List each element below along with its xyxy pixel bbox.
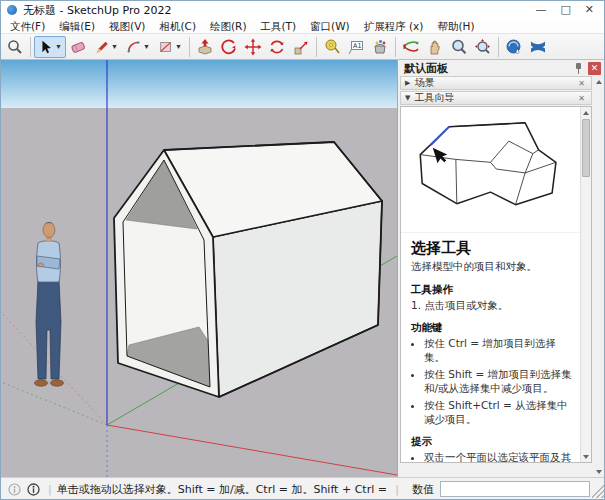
paint-bucket-icon	[371, 38, 389, 56]
zoom-tool-button[interactable]	[447, 36, 471, 58]
paint-bucket-tool-button[interactable]	[368, 36, 392, 58]
orbit-tool-button[interactable]	[399, 36, 423, 58]
line-tool-button[interactable]: ▼	[90, 36, 122, 58]
viewport-3d[interactable]	[1, 60, 397, 477]
search-button[interactable]	[3, 36, 27, 58]
extension-warehouse-button[interactable]	[526, 36, 550, 58]
list-item: 双击一个平面以选定该平面及其所有边线。	[424, 451, 576, 462]
instructor-text: 选择工具 选择模型中的项目和对象。 工具操作 1. 点击项目或对象。 功能键 按…	[401, 233, 580, 462]
move-tool-button[interactable]	[241, 36, 265, 58]
ops-item: 1. 点击项目或对象。	[411, 299, 576, 313]
text-icon: A1	[347, 38, 365, 56]
rectangle-tool-button[interactable]: ▼	[154, 36, 186, 58]
menu-item-draw[interactable]: 绘图(R)	[203, 19, 254, 34]
tray-title: 默认面板	[404, 61, 574, 76]
select-tool-button[interactable]: ▼	[34, 36, 66, 58]
menu-item-edit[interactable]: 编辑(E)	[52, 19, 102, 34]
menu-item-view[interactable]: 视图(V)	[102, 19, 152, 34]
scale-icon	[292, 38, 310, 56]
rotate-tool-button[interactable]	[265, 36, 289, 58]
tips-title: 提示	[411, 435, 576, 449]
tape-measure-icon	[323, 38, 341, 56]
instructor-heading: 选择工具	[411, 239, 576, 259]
status-hint: 单击或拖动以选择对象。Shift = 加/减。Ctrl = 加。Shift + …	[57, 482, 391, 497]
model-scene	[1, 60, 397, 477]
geolocation-icon[interactable]	[8, 483, 21, 496]
toolbar-separator	[316, 37, 317, 57]
text-tool-button[interactable]: A1	[344, 36, 368, 58]
tape-measure-tool-button[interactable]	[320, 36, 344, 58]
menu-item-camera[interactable]: 相机(C)	[152, 19, 203, 34]
line-dropdown-icon[interactable]: ▼	[111, 43, 118, 50]
tray-scroll-up-icon[interactable]	[593, 76, 604, 87]
rectangle-dropdown-icon[interactable]: ▼	[175, 43, 182, 50]
instructor-illustration	[401, 107, 580, 233]
select-dropdown-icon[interactable]: ▼	[55, 43, 62, 50]
section-scenes[interactable]: ▶ 场景 ✕	[400, 76, 592, 90]
minimize-button[interactable]: —	[535, 1, 546, 19]
arc-dropdown-icon[interactable]: ▼	[143, 43, 150, 50]
menu-item-window[interactable]: 窗口(W)	[303, 19, 357, 34]
scroll-down-icon[interactable]	[581, 451, 591, 462]
instructor-scrollbar[interactable]	[580, 107, 591, 462]
toolbar-separator	[498, 37, 499, 57]
toolbar-separator	[30, 37, 31, 57]
app-window: 无标题 - SketchUp Pro 2022 — □ ✕ 文件(F) 编辑(E…	[0, 0, 605, 500]
list-item: 按住 Ctrl = 增加项目到选择集。	[424, 337, 576, 365]
rotate-icon	[268, 38, 286, 56]
scrollbar-thumb[interactable]	[582, 119, 590, 177]
rectangle-icon	[158, 39, 174, 55]
status-bar: | 单击或拖动以选择对象。Shift = 加/减。Ctrl = 加。Shift …	[1, 477, 604, 500]
toolbar-getting-started: ▼ ▼ ▼	[1, 34, 604, 60]
arc-tool-button[interactable]: ▼	[122, 36, 154, 58]
keys-list: 按住 Ctrl = 增加项目到选择集。 按住 Shift = 增加项目到选择集和…	[411, 337, 576, 426]
ops-title: 工具操作	[411, 283, 576, 297]
pan-tool-button[interactable]	[423, 36, 447, 58]
offset-icon	[220, 38, 238, 56]
zoom-extents-button[interactable]	[471, 36, 495, 58]
select-cursor-icon	[38, 39, 54, 55]
menu-bar: 文件(F) 编辑(E) 视图(V) 相机(C) 绘图(R) 工具(T) 窗口(W…	[1, 19, 604, 34]
tray-close-button[interactable]: ✕	[588, 62, 601, 75]
pencil-icon	[94, 39, 110, 55]
scale-tool-button[interactable]	[289, 36, 313, 58]
status-separator: |	[395, 483, 399, 496]
instructor-subheading: 选择模型中的项目和对象。	[411, 260, 576, 274]
push-pull-tool-button[interactable]	[193, 36, 217, 58]
tray-body: ▶ 场景 ✕ ▼ 工具向导 ✕	[398, 76, 604, 477]
person-shoe-left	[35, 380, 48, 386]
title-bar: 无标题 - SketchUp Pro 2022 — □ ✕	[1, 1, 604, 19]
section-scenes-label: 场景	[414, 76, 576, 90]
sky	[1, 60, 397, 108]
select-tool-illustration-icon	[401, 110, 580, 230]
menu-item-extensions[interactable]: 扩展程序 (x)	[357, 19, 431, 34]
offset-tool-button[interactable]	[217, 36, 241, 58]
section-instructor-label: 工具向导	[414, 91, 576, 105]
add-location-button[interactable]	[502, 36, 526, 58]
tips-list: 双击一个平面以选定该平面及其所有边线。 双击一条边线以选定该边线及与其共享的平面…	[411, 451, 576, 462]
section-scenes-close-icon[interactable]: ✕	[576, 79, 587, 88]
menu-item-tools[interactable]: 工具(T)	[253, 19, 303, 34]
tray-scrollbar[interactable]	[593, 76, 604, 477]
menu-item-file[interactable]: 文件(F)	[3, 19, 52, 34]
person-hand	[38, 263, 43, 267]
resize-grip[interactable]	[592, 480, 604, 498]
maximize-button[interactable]: □	[560, 1, 570, 19]
scroll-up-icon[interactable]	[581, 107, 591, 118]
push-pull-icon	[196, 38, 214, 56]
expand-arrow-icon[interactable]: ▼	[405, 94, 410, 102]
person-shoe-right	[51, 380, 64, 386]
close-button[interactable]: ✕	[585, 1, 594, 19]
pin-icon[interactable]	[574, 62, 584, 74]
eraser-tool-button[interactable]	[66, 36, 90, 58]
section-instructor[interactable]: ▼ 工具向导 ✕	[400, 91, 592, 105]
section-instructor-close-icon[interactable]: ✕	[576, 94, 587, 103]
collapse-arrow-icon[interactable]: ▶	[405, 79, 410, 87]
person-head	[43, 223, 55, 238]
menu-item-help[interactable]: 帮助(H)	[430, 19, 481, 34]
info-icon[interactable]	[27, 483, 40, 496]
tray-scroll-down-icon[interactable]	[593, 466, 604, 477]
measurements-input[interactable]	[440, 481, 590, 497]
list-item: 按住 Shift+Ctrl = 从选择集中减少项目。	[424, 399, 576, 427]
measurements-label: 数值	[412, 482, 434, 497]
